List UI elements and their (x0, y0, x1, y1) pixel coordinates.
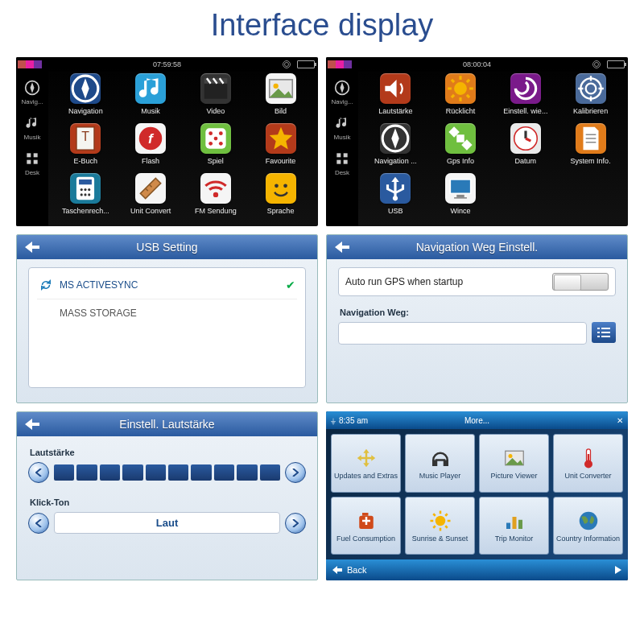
svg-point-31 (275, 184, 279, 188)
app-navigation[interactable]: Navigation (53, 73, 118, 123)
svg-rect-65 (454, 197, 467, 199)
click-tone-next-button[interactable] (285, 513, 306, 534)
back-button[interactable] (20, 415, 44, 433)
back-button[interactable] (330, 238, 354, 256)
svg-rect-68 (597, 332, 600, 333)
app-label: Navigation ... (374, 157, 417, 165)
launcher-sidebar: Navig...MusikDesk (326, 57, 358, 226)
svg-rect-36 (336, 160, 341, 164)
forward-button[interactable] (615, 566, 621, 574)
svg-point-23 (89, 188, 91, 191)
volume-segment[interactable] (260, 464, 280, 481)
app-label: Taschenrech... (62, 207, 109, 215)
sidebar-item-musik[interactable]: Musik (326, 110, 358, 146)
volume-down-button[interactable] (28, 462, 49, 483)
more-item-trip-monitor[interactable]: Trip Monitor (479, 497, 549, 555)
more-item-label: Trip Monitor (495, 535, 534, 543)
more-item-music-player[interactable]: Music Player (405, 434, 475, 493)
app-fm-sendung[interactable]: FM Sendung (184, 173, 249, 223)
panel-title: USB Setting (136, 241, 197, 254)
volume-segment[interactable] (168, 464, 188, 481)
browse-button[interactable] (592, 322, 616, 343)
sidebar-item-desk[interactable]: Desk (326, 146, 358, 181)
usb-option-mass-storage[interactable]: MASS STORAGE (37, 299, 297, 324)
app-taschenrech-[interactable]: Taschenrech... (53, 173, 118, 223)
monitor-icon (445, 173, 476, 204)
chevron-left-icon (35, 469, 42, 477)
more-item-picture-viewer[interactable]: Picture Viewer (479, 434, 549, 493)
app-sprache[interactable]: Sprache (248, 173, 313, 223)
book-icon: T (70, 123, 101, 154)
app-e-buch[interactable]: TE-Buch (53, 123, 118, 173)
app-wince[interactable]: Wince (428, 173, 493, 223)
app-video[interactable]: Video (184, 73, 249, 123)
sidebar-item-navig-[interactable]: Navig... (16, 75, 48, 110)
more-item-unit-converter[interactable]: Unit Converter (553, 434, 623, 493)
sidebar-item-label: Navig... (21, 98, 43, 105)
app-flash[interactable]: fFlash (118, 123, 184, 173)
volume-segment[interactable] (122, 464, 142, 481)
image-icon (502, 446, 526, 470)
volume-segment[interactable] (214, 464, 234, 481)
app-spiel[interactable]: Spiel (184, 123, 249, 173)
sidebar-item-musik[interactable]: Musik (16, 110, 48, 146)
usb-option-ms-activesync[interactable]: MS ACTIVESYNC✔ (37, 275, 297, 295)
ruler-icon (135, 173, 166, 204)
click-tone-prev-button[interactable] (28, 513, 49, 534)
sidebar-item-navig-[interactable]: Navig... (326, 75, 358, 110)
app-lautst-rke[interactable]: Lautstärke (363, 73, 428, 123)
volume-segment[interactable] (100, 464, 120, 481)
app-musik[interactable]: Musik (118, 73, 184, 123)
more-item-label: Fuel Consumption (336, 535, 395, 543)
autorun-gps-toggle[interactable] (552, 273, 609, 291)
chevron-left-icon (35, 519, 42, 527)
app-datum[interactable]: Datum (493, 123, 559, 173)
svg-rect-78 (587, 454, 589, 462)
sidebar-item-label: Navig... (331, 98, 353, 105)
app-navigation-[interactable]: Navigation ... (363, 123, 428, 173)
app-system-info-[interactable]: System Info. (558, 123, 623, 173)
app-einstell-wie-[interactable]: Einstell. wie... (493, 73, 559, 123)
volume-segment[interactable] (237, 464, 257, 481)
app-label: Einstell. wie... (503, 107, 547, 115)
app-label: Unit Convert (130, 207, 171, 215)
app-unit-convert[interactable]: Unit Convert (118, 173, 184, 223)
svg-rect-70 (597, 336, 600, 337)
clapper-icon (200, 73, 231, 104)
app-grid: LautstärkeRücklichtEinstell. wie...Kalib… (358, 57, 628, 226)
more-item-fuel-consumption[interactable]: Fuel Consumption (331, 497, 401, 555)
panel-title: Einstell. Lautstärke (119, 418, 214, 431)
app-bild[interactable]: Bild (248, 73, 313, 123)
back-button[interactable]: Back (332, 565, 366, 575)
app-kalibrieren[interactable]: Kalibrieren (558, 73, 623, 123)
more-item-updates-and-extras[interactable]: Updates and Extras (331, 434, 401, 493)
more-item-sunrise-sunset[interactable]: Sunrise & Sunset (405, 497, 475, 555)
app-gps-info[interactable]: Gps Info (428, 123, 493, 173)
more-item-label: Music Player (419, 472, 461, 480)
back-button[interactable] (20, 238, 44, 256)
volume-up-button[interactable] (285, 462, 306, 483)
signal-icon: ⏚ (331, 416, 336, 425)
svg-line-89 (445, 514, 448, 516)
app-r-cklicht[interactable]: Rücklicht (428, 73, 493, 123)
app-favourite[interactable]: Favourite (248, 123, 313, 173)
more-item-label: Country Information (556, 535, 620, 543)
sun-icon (428, 509, 452, 533)
volume-segment[interactable] (76, 464, 97, 481)
nav-path-input[interactable] (338, 322, 587, 345)
app-usb[interactable]: USB (363, 173, 428, 223)
triangle-right-icon (615, 566, 621, 574)
close-button[interactable]: ✕ (617, 416, 623, 425)
app-label: Rücklicht (446, 107, 476, 115)
more-item-country-information[interactable]: Country Information (553, 497, 623, 555)
app-label: E-Buch (74, 157, 98, 165)
volume-segment[interactable] (146, 464, 166, 481)
title-bar: USB Setting (17, 235, 317, 259)
compass-icon (24, 80, 40, 96)
svg-point-26 (89, 193, 91, 196)
svg-point-24 (80, 193, 83, 196)
sidebar-item-desk[interactable]: Desk (16, 146, 48, 181)
volume-segment[interactable] (191, 464, 211, 481)
volume-segment[interactable] (54, 464, 74, 481)
battery-icon (607, 60, 625, 68)
